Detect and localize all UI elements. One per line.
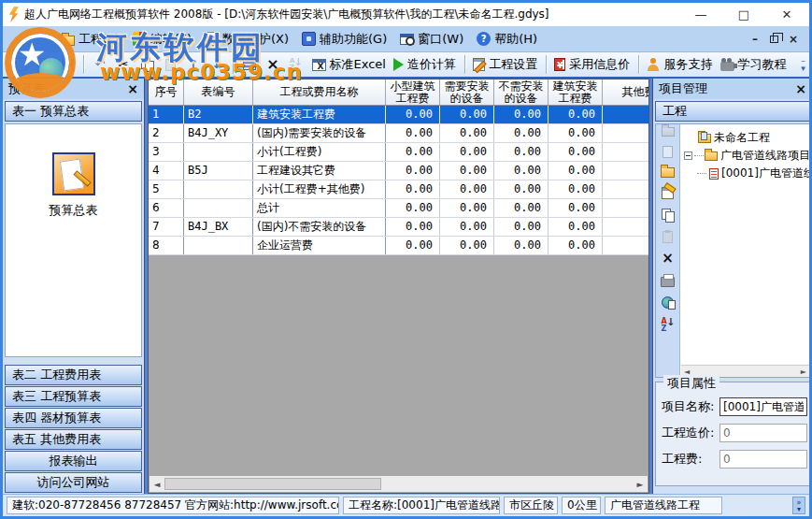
project-caption-bar[interactable]: 工程 [655,101,810,122]
undo-button: ↶ [90,53,110,76]
tree-item-root[interactable]: 未命名工程 [684,129,809,147]
project-name-field[interactable] [719,397,807,416]
project-folder-icon [698,134,711,143]
budget-summary-label[interactable]: 预算总表 [50,202,98,219]
scroll-right-icon[interactable]: ► [633,476,648,492]
tab-report-output[interactable]: 报表输出 [5,451,142,471]
tab-table3-project-budget[interactable]: 表三 工程预算表 [5,386,142,407]
cut-button[interactable]: ✂ [113,53,134,76]
col-header-code[interactable]: 表编号 [184,79,253,105]
tab-table5-other-cost[interactable]: 表五 其他费用表 [5,429,142,450]
sort-button: AZ↓ [286,53,306,76]
copy-icon [141,58,153,71]
save-button[interactable] [57,53,78,76]
col-header-name[interactable]: 工程或费用名称 [253,79,386,105]
move-down-button[interactable]: ↓ [207,53,227,76]
table-row[interactable]: 5 小计(工程费+其他费) 0.00 0.00 0.00 0.00 [149,180,649,199]
tab-table1-summary[interactable]: 表一 预算总表 [5,101,142,122]
mdi-close-icon[interactable]: × [787,33,800,46]
col-header-other[interactable]: 其他费用 [603,79,649,105]
table-row[interactable]: 6 总计 0.00 0.00 0.00 0.00 [149,199,649,218]
table-row[interactable]: 8 企业运营费 0.00 0.00 0.00 0.00 [149,237,649,255]
budget-summary-icon[interactable] [52,152,95,195]
menu-aux-functions[interactable]: 辅助功能(G) [295,28,393,50]
sort-az-icon: AZ↓ [290,58,303,72]
project-settings-button[interactable]: 工程设置 [471,53,540,76]
menu-help[interactable]: ?帮助(H) [470,28,544,50]
open-button[interactable] [34,53,54,76]
toolbar-separator [546,55,547,74]
workspace: 预算表 × 表一 预算总表 预算总表 表二 工程费用表 表三 工程预算表 表四 … [3,79,809,494]
standard-excel-button[interactable]: 标准Excel [309,53,388,76]
mdi-minimize-icon[interactable]: – [748,33,762,46]
sort-az-icon[interactable]: AZ↓ [662,318,675,333]
play-icon [393,58,404,71]
move-up-button[interactable]: ↑ [183,53,204,76]
new-button[interactable] [10,53,31,76]
paste-button [160,53,180,76]
project-tree: 未命名工程 广电管道线路项目 [0001]广电管道线路 [680,124,809,377]
tab-table2-project-cost[interactable]: 表二 工程费用表 [5,365,142,385]
cut-icon: ✂ [119,58,129,71]
close-icon[interactable]: ✕ [779,7,794,22]
menu-data-maintenance[interactable]: 数据维护(X) [198,28,295,50]
project-panel-header: 项目管理 × [653,79,812,99]
delete-button[interactable]: × [263,53,283,76]
toolbar-separator [83,55,84,74]
scroll-left-icon[interactable]: ◄ [150,476,164,492]
col-header-sn[interactable]: 序号 [149,79,184,105]
toolbar-overflow-button[interactable]: –▾ [797,54,809,75]
project-tree-area: × AZ↓ 未命名工程 广电管道线路项目 [655,123,810,378]
toolbar-separator [464,55,465,74]
table-row[interactable]: 4 B5J 工程建设其它费 0.00 0.00 0.00 0.00 [149,162,649,180]
menu-edit[interactable]: 编辑(E) [126,28,198,50]
project-cost-field [719,424,807,442]
new-file-icon [16,58,26,71]
project-panel-close-icon[interactable]: × [795,82,806,95]
tutorial-button[interactable]: 学习教程 [718,53,789,76]
col-header-construction-install[interactable]: 建筑安装工程费 [548,79,603,105]
up-arrow-icon: ↑ [189,58,199,71]
budget-summary-grid: 序号 表编号 工程或费用名称 小型建筑工程费 需要安装的设备 不需安装的设备 建… [148,79,649,494]
mdi-restore-icon[interactable] [770,36,778,43]
grid-horizontal-scrollbar[interactable]: ◄ ► [150,476,648,492]
collapse-box-icon[interactable] [684,151,692,160]
tree-item-project[interactable]: 广电管道线路项目 [684,147,809,165]
web-report-icon[interactable] [662,296,674,309]
budget-panel-close-icon[interactable]: × [127,82,138,95]
col-header-equipment-install[interactable]: 需要安装的设备 [440,79,494,105]
menu-project[interactable]: 工程(F) [54,28,126,50]
status-overflow-icon[interactable]: »▾ [792,497,805,514]
menu-window[interactable]: 窗口(W) [393,28,470,50]
status-bar: 建软:020-87728456 87728457 官方网站:http://www… [3,494,809,516]
maximize-icon[interactable]: □ [736,7,751,22]
table-row[interactable]: 2 B4J_XY (国内)需要安装的设备 0.00 0.00 0.00 0.00 [149,124,649,143]
project-management-panel: 项目管理 × 工程 × AZ↓ [652,79,812,494]
table-row[interactable]: 1 B2 建筑安装工程费 0.00 0.00 0.00 0.00 [149,106,649,124]
table-row[interactable]: 7 B4J_BX (国内)不需安装的设备 0.00 0.00 0.00 0.00 [149,218,649,237]
red-document-icon [709,168,719,180]
tab-visit-website[interactable]: 访问公司网站 [5,472,142,493]
delete-x-icon: × [266,58,278,71]
service-support-button[interactable]: 服务支持 [645,53,715,76]
copy-project-icon[interactable] [662,209,674,222]
tree-item-document[interactable]: [0001]广电管道线路 [684,165,809,182]
menu-bar: 工程(F) 编辑(E) 数据维护(X) 辅助功能(G) 窗口(W) ?帮助(H)… [3,26,809,52]
edit-project-icon[interactable] [662,187,674,199]
tab-table4-equipment-budget[interactable]: 表四 器材预算表 [5,408,142,428]
settings-note-icon [473,58,485,71]
minimize-icon[interactable]: — [693,7,708,22]
print-icon[interactable] [661,277,675,287]
insert-row-button[interactable] [239,53,260,76]
open-project-icon[interactable] [661,167,675,178]
table-row[interactable]: 3 小计(工程费) 0.00 0.00 0.00 0.00 [149,143,649,162]
col-header-small-construction[interactable]: 小型建筑工程费 [386,79,440,105]
scrollbar-thumb[interactable] [164,478,381,490]
delete-project-icon[interactable]: × [662,252,674,265]
project-cost-label: 工程造价: [662,425,719,441]
copy-button[interactable] [136,53,157,76]
cost-calc-button[interactable]: 造价计算 [391,53,458,76]
info-price-button[interactable]: ¥采用信息价 [552,53,633,76]
col-header-equipment-noinstall[interactable]: 不需安装的设备 [494,79,548,105]
scroll-right-icon[interactable]: ► [801,368,806,376]
